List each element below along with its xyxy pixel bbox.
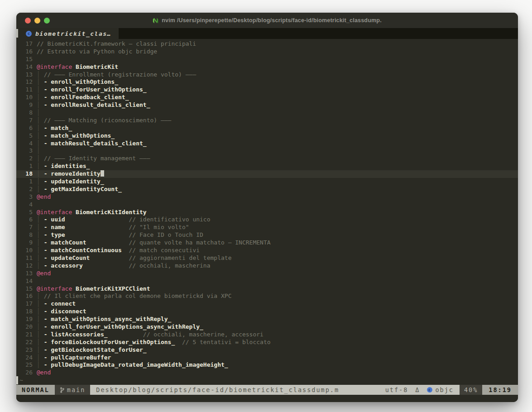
statusline: NORMAL main Desktop/blog/scripts/face-id… xyxy=(16,385,518,395)
file-path[interactable]: Desktop/blog/scripts/face-id/biometricki… xyxy=(90,385,379,395)
code-line[interactable]: 5│ - match_withOptions_ xyxy=(16,132,518,140)
code-line[interactable]: 8│ xyxy=(16,109,518,117)
code-line[interactable]: 13@end xyxy=(16,270,518,278)
objective-c-icon: c xyxy=(26,31,32,37)
line-number: 2 xyxy=(16,186,37,193)
line-number: 5 xyxy=(16,132,37,140)
close-button[interactable] xyxy=(25,18,31,24)
indent-guide: │ xyxy=(37,178,44,185)
code-line[interactable]: 11│ - enroll_forUser_withOptions_ xyxy=(16,86,518,94)
code-line[interactable]: 16// Estratto via Python objc bridge xyxy=(16,48,518,56)
code-line[interactable]: 15 xyxy=(16,56,518,63)
window-title: nvim /Users/pinperepette/Desktop/blog/sc… xyxy=(153,17,382,24)
code-line[interactable]: 11│ - updateCount // aggiornamenti del t… xyxy=(16,254,518,262)
code-line[interactable]: 1│ - identities_ xyxy=(16,163,518,170)
indent-guide: │ xyxy=(37,361,44,368)
code-line[interactable]: 6│ - uuid // identificativo unico xyxy=(16,216,518,224)
code-line[interactable]: 2│ - getMaxIdentityCount_ xyxy=(16,186,518,193)
code-line[interactable]: 23│ - getBioLockoutState_forUser_ xyxy=(16,346,518,354)
line-number: 23 xyxy=(16,346,37,354)
code-line[interactable]: 9│ - matchCount // quante volte ha match… xyxy=(16,239,518,247)
objective-c-icon: c xyxy=(427,387,432,393)
command-line[interactable] xyxy=(16,395,518,402)
indent-guide: │ xyxy=(37,186,44,192)
code-text: │ // ——— Identity management ——— xyxy=(37,155,150,163)
code-text: │ - forceBioLockoutForUser_withOptions_ … xyxy=(37,339,271,346)
code-area[interactable]: 17// BiometricKit.framework — classi pri… xyxy=(16,39,518,385)
code-text: │ // ——— Matching (riconoscimento) ——— xyxy=(37,117,171,125)
code-line[interactable]: 4 xyxy=(16,201,518,209)
code-line[interactable]: 7│ - name // "Il mio volto" xyxy=(16,224,518,231)
code-line[interactable]: 14@interface BiometricKit xyxy=(16,63,518,71)
line-number: 9 xyxy=(16,239,37,247)
code-line[interactable]: 2│ // ——— Identity management ——— xyxy=(16,155,518,163)
code-line[interactable]: 18│ - disconnect xyxy=(16,308,518,316)
git-branch-segment[interactable]: main xyxy=(55,385,91,395)
code-line[interactable]: 24│ - pullCaptureBuffer xyxy=(16,354,518,362)
code-text: @interface BiometricKitIdentity xyxy=(37,209,147,216)
code-text: │ - connect xyxy=(37,300,76,308)
tabline-fill xyxy=(119,28,518,39)
empty-buffer-line[interactable]: ~ xyxy=(16,377,518,384)
indent-guide: │ xyxy=(37,346,44,353)
code-text: │ - enrollResult_details_client_ xyxy=(37,101,150,109)
indent-guide: │ xyxy=(37,231,44,238)
code-text: │ - matchCountContinuous // match consec… xyxy=(37,247,200,254)
line-number: 16 xyxy=(16,292,37,300)
code-line[interactable]: 3│ xyxy=(16,147,518,155)
line-number: 17 xyxy=(16,300,37,308)
code-text: │ // ——— Enrollment (registrazione volto… xyxy=(37,71,196,79)
indent-guide: │ xyxy=(37,216,44,223)
line-number: 18 xyxy=(16,170,37,178)
code-line[interactable]: 6│ - match_ xyxy=(16,125,518,132)
code-line[interactable]: 9│ - enrollResult_details_client_ xyxy=(16,101,518,109)
line-number: 2 xyxy=(16,155,37,163)
indent-guide: │ xyxy=(37,339,44,345)
code-line[interactable]: 25│ - pullDebugImageData_rotated_imageWi… xyxy=(16,361,518,369)
line-number: 24 xyxy=(16,354,37,362)
code-text: │ // Il client che parla col demone biom… xyxy=(37,292,231,300)
code-line[interactable]: 17│ - connect xyxy=(16,300,518,308)
code-line[interactable]: 4│ - matchResult_details_client_ xyxy=(16,140,518,148)
code-text: │ - updateCount // aggiornamenti del tem… xyxy=(37,254,231,262)
neovim-logo-icon xyxy=(153,18,158,24)
code-line[interactable]: 13│ // ——— Enrollment (registrazione vol… xyxy=(16,71,518,79)
code-text: │ - identities_ xyxy=(37,163,90,170)
code-line[interactable]: 19│ - match_withOptions_async_withReply_ xyxy=(16,316,518,323)
line-number: 15 xyxy=(16,56,37,63)
line-number: 10 xyxy=(16,94,37,101)
code-line[interactable]: 16│ // Il client che parla col demone bi… xyxy=(16,292,518,300)
code-line[interactable]: 14 xyxy=(16,278,518,285)
code-text: │ - updateIdentity_ xyxy=(37,178,104,186)
code-line[interactable]: 12│ - accessory // occhiali, mascherina xyxy=(16,262,518,270)
line-number: 7 xyxy=(16,117,37,125)
code-line[interactable]: 7│ // ——— Matching (riconoscimento) ——— xyxy=(16,117,518,125)
code-line[interactable]: 21│ - listAccessories_ // occhiali, masc… xyxy=(16,331,518,339)
code-line[interactable]: 22│ - forceBioLockoutForUser_withOptions… xyxy=(16,339,518,346)
code-line[interactable]: 12│ - enroll_withOptions_ xyxy=(16,78,518,86)
zoom-button[interactable] xyxy=(44,18,50,24)
minimize-button[interactable] xyxy=(34,18,40,24)
titlebar[interactable]: nvim /Users/pinperepette/Desktop/blog/sc… xyxy=(16,13,518,28)
line-number: 5 xyxy=(16,209,37,216)
code-line[interactable]: 1│ - updateIdentity_ xyxy=(16,178,518,186)
code-line[interactable]: 10│ - enrollFeedback_client_ xyxy=(16,94,518,101)
code-text: │ xyxy=(37,147,44,155)
code-line[interactable]: 5@interface BiometricKitIdentity xyxy=(16,209,518,216)
buffer-tab[interactable]: c biometrickit_clas… xyxy=(16,28,119,39)
left-edge-marker xyxy=(16,29,18,38)
code-line[interactable]: 18│ - removeIdentity_ xyxy=(16,170,518,178)
code-line[interactable]: 8│ - type // Face ID o Touch ID xyxy=(16,231,518,239)
code-line[interactable]: 3@end xyxy=(16,193,518,201)
indent-guide: │ xyxy=(37,71,44,78)
code-line[interactable]: 20│ - enroll_forUser_withOptions_async_w… xyxy=(16,323,518,331)
code-line[interactable]: 15@interface BiometricKitXPCClient xyxy=(16,285,518,293)
code-line[interactable]: 10│ - matchCountContinuous // match cons… xyxy=(16,247,518,254)
code-text: │ - accessory // occhiali, mascherina xyxy=(37,262,211,270)
code-line[interactable]: 17// BiometricKit.framework — classi pri… xyxy=(16,40,518,48)
line-number: 3 xyxy=(16,193,37,201)
indent-guide: │ xyxy=(37,300,44,307)
line-number: 26 xyxy=(16,369,37,377)
code-line[interactable]: 26@end xyxy=(16,369,518,377)
indent-guide: │ xyxy=(37,125,44,131)
